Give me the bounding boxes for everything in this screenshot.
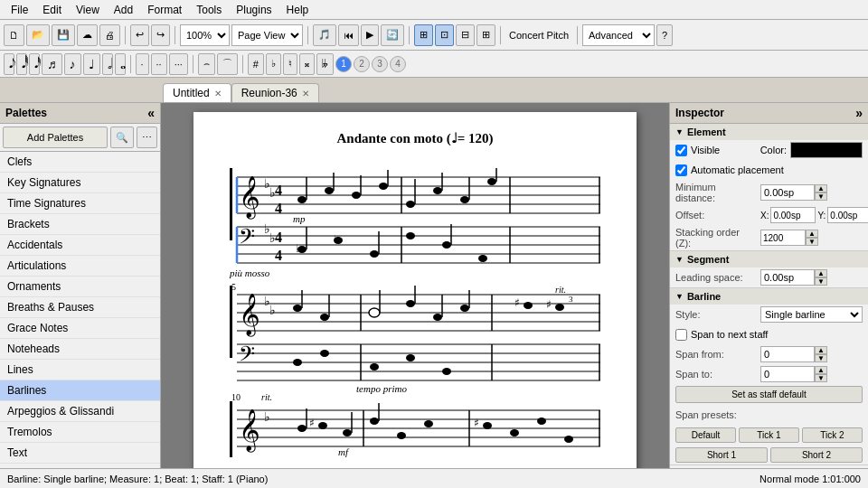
menu-format[interactable]: Format bbox=[140, 2, 189, 18]
note64-btn[interactable]: 𝅘𝅥𝅱 bbox=[16, 53, 27, 75]
add-palettes-button[interactable]: Add Palettes bbox=[3, 127, 108, 148]
inspector-segment-header[interactable]: Segment bbox=[670, 251, 868, 267]
tab-reunion-close[interactable]: ✕ bbox=[302, 89, 309, 99]
color-picker[interactable] bbox=[790, 142, 863, 158]
min-distance-up[interactable]: ▲ bbox=[815, 184, 827, 192]
tab-reunion[interactable]: Reunion-36 ✕ bbox=[231, 83, 319, 102]
note16-btn[interactable]: ♬ bbox=[42, 53, 62, 75]
span-next-checkbox[interactable] bbox=[675, 329, 687, 341]
set-staff-default-button[interactable]: Set as staff default bbox=[675, 386, 863, 403]
palette-text[interactable]: Text bbox=[0, 443, 160, 464]
save-button[interactable]: 💾 bbox=[52, 24, 75, 46]
palette-breaths[interactable]: Breaths & Pauses bbox=[0, 297, 160, 318]
stacking-input[interactable] bbox=[760, 230, 806, 246]
play-panel-button[interactable]: ⊡ bbox=[435, 24, 454, 46]
preset-short2-button[interactable]: Short 2 bbox=[770, 447, 863, 463]
print-button[interactable]: 🖨 bbox=[99, 24, 120, 46]
y-input[interactable] bbox=[827, 207, 868, 223]
loop-button[interactable]: 🔄 bbox=[381, 24, 404, 46]
save-online-button[interactable]: ☁ bbox=[77, 24, 98, 46]
palette-tremolos[interactable]: Tremolos bbox=[0, 422, 160, 443]
menu-edit[interactable]: Edit bbox=[35, 2, 69, 18]
visible-checkbox[interactable] bbox=[675, 145, 687, 156]
dot-btn[interactable]: · bbox=[136, 53, 149, 75]
min-distance-down[interactable]: ▼ bbox=[815, 192, 827, 201]
note32-btn[interactable]: 𝅘𝅥𝅰 bbox=[29, 53, 40, 75]
menu-help[interactable]: Help bbox=[279, 2, 316, 18]
view-mode-select[interactable]: Page View bbox=[231, 24, 303, 46]
menu-plugins[interactable]: Plugins bbox=[229, 2, 278, 18]
menu-file[interactable]: File bbox=[4, 2, 35, 18]
score-area[interactable]: Andante con moto (♩= 120) bbox=[161, 103, 669, 468]
preset-tick1-button[interactable]: Tick 1 bbox=[739, 427, 799, 443]
palette-arpeggios[interactable]: Arpeggios & Glissandi bbox=[0, 401, 160, 422]
palettes-search-btn[interactable]: 🔍 bbox=[110, 127, 134, 148]
synthesizer-button[interactable]: ⊟ bbox=[456, 24, 475, 46]
note1-btn[interactable]: 𝅝 bbox=[115, 53, 126, 75]
note4-btn[interactable]: ♩ bbox=[83, 53, 100, 75]
span-from-input[interactable] bbox=[760, 346, 815, 362]
span-to-input[interactable] bbox=[760, 366, 815, 382]
min-distance-input[interactable] bbox=[760, 184, 815, 201]
note2-btn[interactable]: 𝅗𝅥 bbox=[102, 53, 113, 75]
menu-add[interactable]: Add bbox=[107, 2, 140, 18]
leading-space-down[interactable]: ▼ bbox=[815, 277, 827, 286]
selection-filter-button[interactable]: ⊞ bbox=[476, 24, 495, 46]
palette-time-sigs[interactable]: Time Signatures bbox=[0, 193, 160, 214]
note-input-btn[interactable]: 𝅘𝅥𝅮 bbox=[4, 53, 14, 75]
redo-button[interactable]: ↪ bbox=[151, 24, 170, 46]
slur-btn[interactable]: ⌒ bbox=[217, 53, 238, 75]
mode-select[interactable]: Advanced bbox=[582, 24, 655, 46]
palette-lines[interactable]: Lines bbox=[0, 360, 160, 380]
palettes-more-btn[interactable]: ⋯ bbox=[137, 127, 157, 148]
min-distance-spin[interactable]: ▲ ▼ bbox=[760, 184, 827, 201]
undo-button[interactable]: ↩ bbox=[130, 24, 149, 46]
accidental-natural-btn[interactable]: ♮ bbox=[283, 53, 297, 75]
palette-key-sigs[interactable]: Key Signatures bbox=[0, 173, 160, 193]
tuner-button[interactable]: 🎵 bbox=[313, 24, 336, 46]
menu-tools[interactable]: Tools bbox=[189, 2, 229, 18]
voice4-btn[interactable]: 4 bbox=[390, 56, 406, 72]
open-button[interactable]: 📂 bbox=[26, 24, 50, 46]
palettes-collapse-btn[interactable]: « bbox=[147, 106, 155, 120]
mode-help-button[interactable]: ? bbox=[656, 24, 673, 46]
palette-brackets[interactable]: Brackets bbox=[0, 214, 160, 235]
span-from-up[interactable]: ▲ bbox=[815, 346, 827, 354]
inspector-barline-header[interactable]: Barline bbox=[670, 288, 868, 305]
mixer-button[interactable]: ⊞ bbox=[414, 24, 433, 46]
accidental-sharp-btn[interactable]: # bbox=[248, 53, 264, 75]
palette-barlines[interactable]: Barlines bbox=[0, 380, 160, 401]
inspector-collapse-btn[interactable]: » bbox=[855, 106, 863, 120]
menu-view[interactable]: View bbox=[69, 2, 107, 18]
palette-accidentals[interactable]: Accidentals bbox=[0, 235, 160, 256]
barline-style-select[interactable]: Single barline bbox=[760, 306, 863, 323]
accidental-dflat-btn[interactable]: 𝄫 bbox=[316, 53, 334, 75]
dot3-btn[interactable]: ··· bbox=[169, 53, 188, 75]
tie-btn[interactable]: ⌢ bbox=[198, 53, 215, 75]
voice1-btn[interactable]: 1 bbox=[335, 56, 352, 72]
rewind-button[interactable]: ⏮ bbox=[338, 24, 359, 46]
play-button[interactable]: ▶ bbox=[361, 24, 379, 46]
accidental-flat-btn[interactable]: ♭ bbox=[266, 53, 281, 75]
palette-grace-notes[interactable]: Grace Notes bbox=[0, 318, 160, 339]
stacking-down[interactable]: ▼ bbox=[806, 238, 818, 246]
inspector-element-header[interactable]: Element bbox=[670, 124, 868, 140]
tab-untitled[interactable]: Untitled ✕ bbox=[163, 83, 231, 102]
span-to-up[interactable]: ▲ bbox=[815, 366, 827, 374]
palette-noteheads[interactable]: Noteheads bbox=[0, 339, 160, 360]
leading-space-input[interactable] bbox=[760, 269, 815, 286]
voice3-btn[interactable]: 3 bbox=[372, 56, 388, 72]
preset-short1-button[interactable]: Short 1 bbox=[675, 447, 768, 463]
tab-untitled-close[interactable]: ✕ bbox=[214, 89, 222, 99]
palette-clefs[interactable]: Clefs bbox=[0, 152, 160, 173]
auto-placement-checkbox[interactable] bbox=[675, 164, 687, 176]
palette-tempo[interactable]: Tempo bbox=[0, 464, 160, 468]
zoom-select[interactable]: 100% bbox=[180, 24, 230, 46]
note8-btn[interactable]: ♪ bbox=[64, 53, 81, 75]
preset-default-button[interactable]: Default bbox=[675, 427, 736, 443]
dot2-btn[interactable]: ·· bbox=[151, 53, 167, 75]
stacking-up[interactable]: ▲ bbox=[806, 230, 818, 238]
palette-ornaments[interactable]: Ornaments bbox=[0, 277, 160, 297]
voice2-btn[interactable]: 2 bbox=[354, 56, 370, 72]
accidental-dsharp-btn[interactable]: 𝄪 bbox=[299, 53, 315, 75]
